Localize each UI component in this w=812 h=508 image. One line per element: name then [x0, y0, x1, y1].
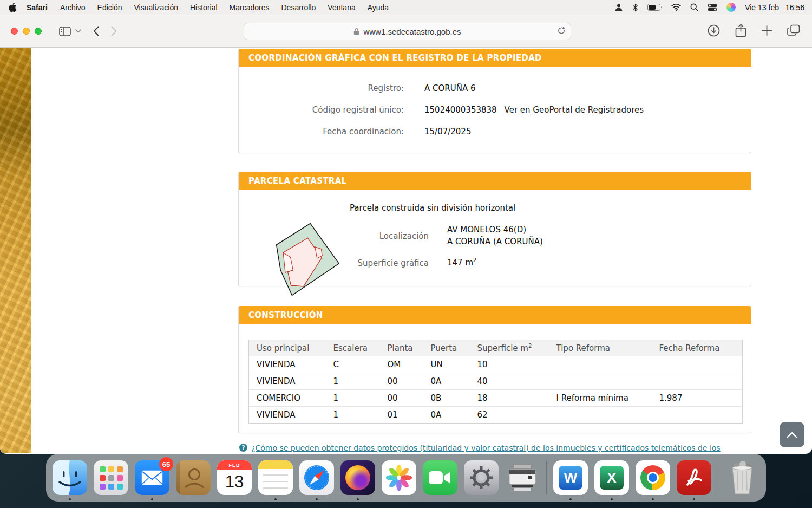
dock-photos-icon[interactable] [382, 460, 416, 495]
dock-notes-icon[interactable] [258, 460, 293, 495]
dock: 65 FEB 13 [46, 454, 766, 502]
dock-firefox-icon[interactable] [340, 460, 375, 495]
reload-icon[interactable] [558, 27, 565, 36]
localizacion-line1: AV MONELOS 46(D) [447, 225, 526, 235]
wifi-icon[interactable] [671, 4, 681, 11]
help-link[interactable]: ? ¿Cómo se pueden obtener datos protegid… [239, 444, 748, 452]
calendar-day: 13 [217, 470, 252, 494]
table-cell [549, 373, 652, 390]
coordinacion-card: COORDINACIÓN GRÁFICA CON EL REGISTRO DE … [238, 49, 751, 153]
dock-mail-icon[interactable]: 65 [135, 460, 169, 495]
menubar-item-historial[interactable]: Historial [184, 3, 224, 12]
col-fecha-reforma: Fecha Reforma [652, 340, 743, 356]
dock-safari-icon[interactable] [299, 460, 334, 495]
control-center-icon[interactable] [708, 4, 717, 11]
sidebar-toggle-icon[interactable] [59, 27, 71, 36]
battery-icon[interactable] [647, 4, 662, 11]
spotlight-icon[interactable] [690, 3, 698, 11]
bluetooth-icon[interactable] [632, 3, 638, 12]
dock-acrobat-icon[interactable] [677, 460, 711, 495]
dock-chrome-icon[interactable] [636, 460, 670, 495]
table-cell: 0B [423, 390, 470, 407]
fecha-coordinacion-value: 15/07/2025 [424, 127, 471, 136]
table-row: COMERCIO 1 00 0B 18 I Reforma mínima 1.9… [249, 390, 743, 407]
table-cell: 40 [470, 373, 549, 390]
table-cell: 1 [326, 373, 380, 390]
table-cell: VIVIENDA [249, 407, 326, 424]
menubar-item-safari[interactable]: Safari [20, 3, 54, 12]
table-cell: 00 [380, 373, 423, 390]
dock-calendar-icon[interactable]: FEB 13 [217, 460, 252, 495]
sidebar-chevron-icon[interactable] [75, 29, 81, 33]
col-superficie: Superficie m2 [470, 340, 549, 356]
dock-contacts-icon[interactable] [176, 460, 211, 495]
table-cell [549, 356, 652, 373]
table-cell [549, 407, 652, 424]
table-cell: VIVIENDA [249, 373, 326, 390]
dock-printer-icon[interactable] [505, 460, 540, 495]
table-row: VIVIENDA C OM UN 10 [249, 356, 743, 373]
dock-area: 65 FEB 13 [0, 454, 812, 508]
construccion-card: CONSTRUCCIÓN Uso principal Escalera Plan… [238, 306, 751, 433]
dock-facetime-icon[interactable] [423, 460, 457, 495]
table-row: VIVIENDA 1 00 0A 40 [249, 373, 743, 390]
close-window-button[interactable] [11, 28, 18, 35]
superficie-grafica-label: Superficie gráfica [350, 258, 429, 268]
downloads-icon[interactable] [708, 24, 720, 39]
construccion-title: CONSTRUCCIÓN [239, 306, 751, 324]
col-planta: Planta [380, 340, 423, 356]
safari-window: www1.sedecatastro.gob.es COORDINACIÓN GR… [0, 15, 812, 454]
back-button-icon[interactable] [93, 26, 99, 36]
parcela-subtitle: Parcela construida sin división horizont… [350, 203, 515, 213]
dock-settings-icon[interactable] [464, 460, 499, 495]
dock-launchpad-icon[interactable] [94, 460, 128, 495]
forward-button-icon[interactable] [111, 26, 117, 36]
zoom-window-button[interactable] [35, 28, 42, 35]
table-cell [652, 373, 743, 390]
table-cell: 01 [380, 407, 423, 424]
menubar-item-ayuda[interactable]: Ayuda [362, 3, 395, 12]
coordinacion-title: COORDINACIÓN GRÁFICA CON EL REGISTRO DE … [239, 49, 751, 67]
menubar-clock[interactable]: Vie 13 feb16:56 [745, 3, 804, 12]
geoportal-link[interactable]: Ver en GeoPortal de Registradores [505, 105, 644, 115]
dock-word-icon[interactable]: W [553, 460, 588, 495]
question-icon: ? [239, 444, 247, 452]
share-icon[interactable] [735, 24, 746, 40]
apple-menu-icon[interactable] [9, 3, 17, 12]
menubar-item-marcadores[interactable]: Marcadores [224, 3, 276, 12]
table-cell: 00 [380, 390, 423, 407]
col-puerta: Puerta [423, 340, 470, 356]
siri-icon[interactable] [726, 3, 736, 12]
table-cell [652, 356, 743, 373]
dock-finder-icon[interactable] [53, 460, 87, 495]
localizacion-label: Localización [350, 231, 429, 241]
registro-value: A CORUÑA 6 [424, 83, 476, 93]
table-cell: 18 [470, 390, 549, 407]
new-tab-icon[interactable] [762, 25, 772, 38]
col-tipo-reforma: Tipo Reforma [549, 340, 652, 356]
table-cell: 1 [326, 407, 380, 424]
col-escalera: Escalera [326, 340, 380, 356]
fast-user-switch-icon[interactable] [614, 3, 623, 11]
minimize-window-button[interactable] [23, 28, 30, 35]
menubar-item-ventana[interactable]: Ventana [322, 3, 361, 12]
url-text: www1.sedecatastro.gob.es [363, 27, 461, 36]
col-uso-principal: Uso principal [249, 340, 326, 356]
tab-overview-icon[interactable] [787, 24, 800, 38]
codigo-registral-label: Código registral único: [239, 105, 404, 115]
table-cell: UN [423, 356, 470, 373]
desktop: Safari Archivo Edición Visualización His… [0, 0, 812, 508]
menubar-item-visualizacion[interactable]: Visualización [128, 3, 184, 12]
macos-menubar: Safari Archivo Edición Visualización His… [0, 0, 812, 15]
parcela-title: PARCELA CATASTRAL [239, 172, 751, 190]
dock-excel-icon[interactable]: X [594, 460, 629, 495]
mail-badge: 65 [159, 457, 173, 471]
scroll-to-top-button[interactable] [780, 422, 804, 447]
address-bar[interactable]: www1.sedecatastro.gob.es [244, 23, 571, 40]
dock-trash-icon[interactable] [725, 460, 759, 495]
menubar-item-archivo[interactable]: Archivo [54, 3, 91, 12]
table-cell: C [326, 356, 380, 373]
menubar-item-desarrollo[interactable]: Desarrollo [276, 3, 322, 12]
menubar-item-edicion[interactable]: Edición [91, 3, 128, 12]
table-row: VIVIENDA 1 01 0A 62 [249, 407, 743, 424]
